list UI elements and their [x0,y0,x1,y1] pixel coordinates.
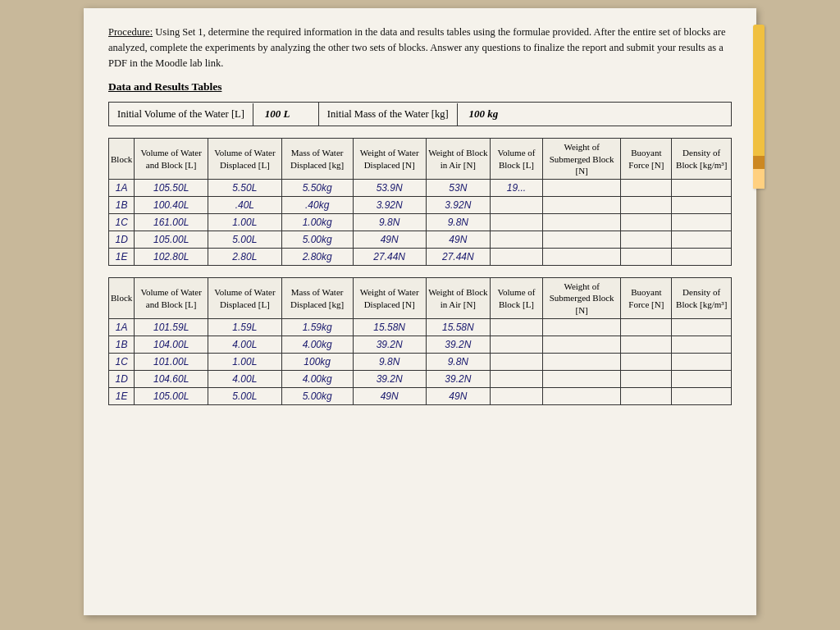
table-row-cell-mass_displaced: 5.50kg [281,180,353,197]
table-row-cell-weight_submerged [543,249,621,266]
col-header-block-2: Block [109,278,135,319]
table-row-cell-vol_displaced: 4.00L [208,336,282,354]
table-row-cell-vol_block: 19... [490,180,542,197]
table-row-cell-buoyant [621,197,672,214]
initial-mass-value: 100 kg [458,103,523,126]
initial-volume-label: Initial Volume of the Water [L] [109,103,253,126]
table-row-cell-weight_displaced: 53.9N [353,180,426,197]
initial-mass-label: Initial Mass of the Water [kg] [319,103,458,126]
table-row-cell-vol_block [490,336,542,354]
table-row-cell-vol_displaced: 5.00L [208,388,282,405]
table-row-cell-vol_displaced: 1.59L [208,319,282,336]
table-row-cell-weight_submerged [543,214,621,231]
table-row-cell-weight_air: 39.2N [426,371,490,388]
table-row-cell-density [672,249,732,266]
col-header-density-2: Density of Block [kg/m³] [672,278,732,319]
table-row-cell-weight_displaced: 27.44N [353,249,426,266]
table-row-cell-vol_water_block: 105.00L [135,231,208,249]
table-row-cell-weight_air: 9.8N [426,354,490,371]
table-row-cell-density [672,371,732,388]
col-header-vol-block: Volume of Block [L] [490,139,542,180]
table-row-cell-buoyant [621,319,672,336]
table-row-cell-density [672,180,732,197]
table-row-cell-block: 1B [109,336,135,354]
table-row-cell-vol_displaced: 5.50L [208,180,282,197]
table-row-cell-buoyant [621,249,672,266]
table-row-cell-vol_block [490,371,542,388]
table-row-cell-vol_water_block: 104.00L [135,336,208,354]
col-header-weight-air-2: Weight of Block in Air [N] [426,278,490,319]
table-row-cell-mass_displaced: 5.00kg [281,231,353,249]
table-row-cell-block: 1A [109,180,135,197]
table-row-cell-buoyant [621,180,672,197]
table-row-cell-weight_air: 39.2N [426,336,490,354]
table-row-cell-block: 1D [109,371,135,388]
table-row-cell-vol_water_block: 101.00L [135,354,208,371]
table-row-cell-block: 1D [109,231,135,249]
table-row-cell-weight_submerged [543,354,621,371]
table-row-cell-block: 1C [109,214,135,231]
table-row-cell-buoyant [621,371,672,388]
table-row-cell-vol_block [490,231,542,249]
table-row-cell-block: 1E [109,249,135,266]
table-row-cell-block: 1B [109,197,135,214]
table-row-cell-density [672,354,732,371]
paper-document: Procedure: Using Set 1, determine the re… [84,8,756,615]
table-row-cell-vol_block [490,319,542,336]
table-row-cell-weight_submerged [543,371,621,388]
table-row-cell-density [672,197,732,214]
table-row-cell-density [672,214,732,231]
data-table-1: Block Volume of Water and Block [L] Volu… [108,138,732,266]
table-row-cell-weight_displaced: 9.8N [353,214,426,231]
table-row-cell-vol_water_block: 102.80L [135,249,208,266]
table-row-cell-weight_submerged [543,336,621,354]
table-row-cell-block: 1E [109,388,135,405]
col-header-weight-displaced: Weight of Water Displaced [N] [353,139,426,180]
table-row-cell-weight_air: 49N [426,231,490,249]
table-row-cell-weight_displaced: 3.92N [353,197,426,214]
table-row-cell-weight_displaced: 49N [353,388,426,405]
table-row-cell-weight_air: 3.92N [426,197,490,214]
col-header-block: Block [109,139,135,180]
table-row-cell-vol_block [490,388,542,405]
col-header-vol-displaced: Volume of Water Displaced [L] [208,139,282,180]
table-row-cell-mass_displaced: 1.00kg [281,214,353,231]
col-header-buoyant: Buoyant Force [N] [621,139,672,180]
table-row-cell-vol_block [490,354,542,371]
procedure-body: Using Set 1, determine the required info… [108,26,726,69]
col-header-vol-block-2: Volume of Block [L] [490,278,542,319]
table-row-cell-weight_submerged [543,231,621,249]
table-row-cell-vol_displaced: .40L [208,197,282,214]
table-row-cell-weight_air: 9.8N [426,214,490,231]
initial-info-row: Initial Volume of the Water [L] 100 L In… [108,102,732,126]
col-header-weight-displaced-2: Weight of Water Displaced [N] [353,278,426,319]
col-header-weight-air: Weight of Block in Air [N] [426,139,490,180]
data-table-2: Block Volume of Water and Block [L] Volu… [108,277,732,405]
table-row-cell-weight_submerged [543,197,621,214]
table-row-cell-mass_displaced: 1.59kg [281,319,353,336]
col-header-vol-water-block: Volume of Water and Block [L] [135,139,208,180]
initial-volume-value: 100 L [253,103,319,126]
col-header-weight-submerged-2: Weight of Submerged Block [N] [543,278,621,319]
section-title: Data and Results Tables [108,80,732,94]
table-row-cell-density [672,319,732,336]
table-row-cell-block: 1C [109,354,135,371]
table-row-cell-vol_water_block: 100.40L [135,197,208,214]
table-row-cell-density [672,336,732,354]
table-row-cell-weight_air: 27.44N [426,249,490,266]
table-row-cell-weight_displaced: 39.2N [353,371,426,388]
table-row-cell-vol_displaced: 5.00L [208,231,282,249]
table-row-cell-vol_displaced: 1.00L [208,214,282,231]
table-row-cell-buoyant [621,214,672,231]
table-row-cell-buoyant [621,354,672,371]
col-header-vol-water-block-2: Volume of Water and Block [L] [135,278,208,319]
col-header-mass-displaced-2: Mass of Water Displaced [kg] [281,278,353,319]
col-header-buoyant-2: Buoyant Force [N] [621,278,672,319]
col-header-density: Density of Block [kg/m³] [672,139,732,180]
table-row-cell-weight_displaced: 15.58N [353,319,426,336]
table-row-cell-mass_displaced: 5.00kg [281,388,353,405]
procedure-text: Procedure: Using Set 1, determine the re… [108,25,732,71]
table-row-cell-vol_water_block: 104.60L [135,371,208,388]
table-row-cell-block: 1A [109,319,135,336]
table-row-cell-mass_displaced: 4.00kg [281,336,353,354]
